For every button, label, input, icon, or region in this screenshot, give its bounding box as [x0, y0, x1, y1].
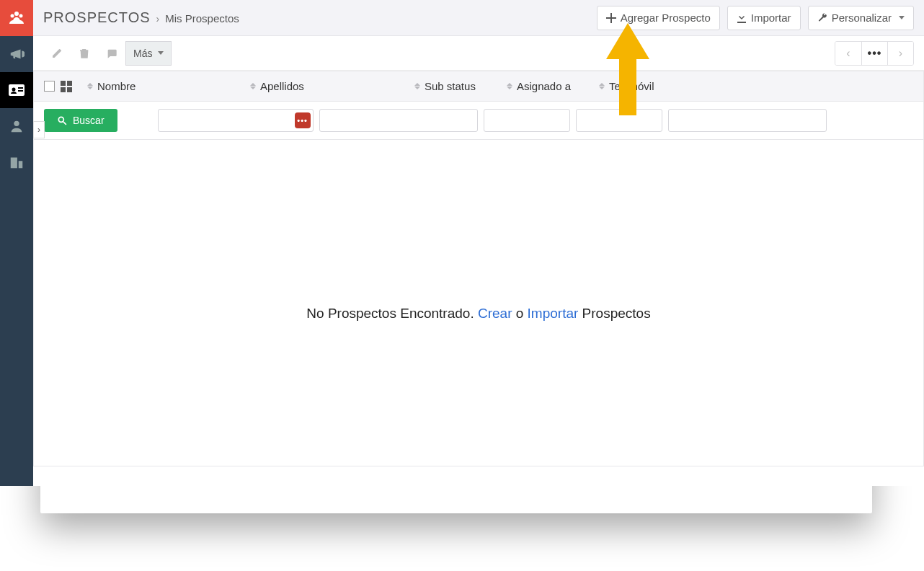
column-header-substatus[interactable]: Sub status — [409, 80, 501, 92]
chevron-right-icon: › — [37, 125, 40, 135]
list-toolbar: Más ‹ ••• › — [33, 36, 924, 71]
sidebar-expand-toggle[interactable]: › — [33, 121, 45, 138]
sidebar-item-prospects[interactable] — [0, 72, 33, 108]
column-header-assigned[interactable]: Asignado a — [501, 80, 593, 92]
filter-mobile-input[interactable] — [668, 109, 827, 132]
sidebar — [0, 0, 33, 486]
svg-rect-9 — [606, 17, 616, 19]
prospects-grid: Nombre Apellidos Sub status Asignado a — [33, 71, 924, 466]
sidebar-item-campaigns[interactable] — [0, 36, 33, 72]
empty-create-link[interactable]: Crear — [478, 306, 512, 321]
ellipsis-icon: ••• — [868, 47, 882, 60]
plus-icon — [606, 13, 616, 23]
user-icon — [9, 118, 25, 134]
page-prev-button[interactable]: ‹ — [835, 42, 861, 65]
page-next-button[interactable]: › — [887, 42, 913, 65]
more-label: Más — [133, 48, 152, 59]
filter-assigned-input[interactable] — [576, 109, 662, 132]
empty-prefix: No Prospectos Encontrado. — [306, 306, 478, 321]
svg-line-11 — [63, 122, 66, 125]
module-title: PROSPECTOS — [43, 9, 151, 26]
sort-icon — [414, 83, 420, 89]
svg-point-0 — [14, 12, 19, 16]
view-toggle-icon[interactable] — [61, 81, 72, 92]
caret-down-icon — [158, 51, 164, 55]
svg-point-4 — [12, 88, 16, 92]
column-label: Apellidos — [260, 80, 304, 92]
delete-button[interactable] — [71, 41, 98, 66]
column-header-lastname[interactable]: Apellidos — [244, 80, 409, 92]
id-card-icon — [8, 83, 25, 97]
comment-button[interactable] — [98, 41, 125, 66]
column-label: Nombre — [97, 80, 136, 92]
building-icon — [9, 154, 25, 170]
svg-rect-5 — [18, 87, 23, 89]
svg-point-2 — [19, 14, 23, 18]
column-label: Asignado a — [517, 80, 571, 92]
empty-import-link[interactable]: Importar — [528, 306, 579, 321]
megaphone-icon — [9, 46, 25, 62]
sidebar-item-organizations[interactable] — [0, 144, 33, 180]
svg-rect-6 — [18, 90, 23, 92]
search-button[interactable]: Buscar — [44, 109, 117, 132]
import-label: Importar — [751, 12, 791, 24]
sort-icon — [87, 83, 93, 89]
add-prospect-button[interactable]: Agregar Prospecto — [597, 6, 720, 30]
caret-down-icon — [899, 16, 905, 19]
grid-header-row: Nombre Apellidos Sub status Asignado a — [34, 71, 923, 102]
search-label: Buscar — [73, 115, 105, 126]
page-header: PROSPECTOS › Mis Prospectos Agregar Pros… — [33, 0, 924, 36]
chevron-right-icon: › — [899, 47, 902, 60]
breadcrumb: PROSPECTOS › Mis Prospectos — [43, 9, 590, 26]
sort-icon — [250, 83, 256, 89]
page-indicator-button[interactable]: ••• — [861, 42, 887, 65]
search-icon — [57, 115, 67, 125]
pagination-nav: ‹ ••• › — [835, 41, 914, 66]
svg-point-7 — [14, 121, 19, 126]
trash-icon — [79, 48, 90, 59]
empty-suffix: Prospectos — [578, 306, 650, 321]
customize-label: Personalizar — [832, 12, 892, 24]
column-header-mobile[interactable]: Tel. móvil — [593, 80, 923, 92]
customize-button[interactable]: Personalizar — [808, 6, 914, 30]
empty-or: o — [512, 306, 527, 321]
breadcrumb-separator: › — [156, 13, 160, 25]
edit-button[interactable] — [43, 41, 71, 66]
chevron-left-icon: ‹ — [846, 47, 850, 60]
sidebar-item-contacts[interactable] — [0, 108, 33, 144]
add-prospect-label: Agregar Prospecto — [621, 12, 711, 24]
empty-state: No Prospectos Encontrado. Crear o Import… — [34, 140, 923, 466]
filter-name-input[interactable] — [158, 109, 314, 132]
sort-icon — [599, 83, 605, 89]
grid-filter-row: Buscar ••• — [34, 102, 923, 140]
people-icon — [8, 9, 25, 27]
filter-lastname-input[interactable] — [319, 109, 478, 132]
svg-point-10 — [58, 117, 63, 122]
filter-options-badge[interactable]: ••• — [295, 112, 311, 128]
filter-substatus-input[interactable] — [484, 109, 570, 132]
comment-icon — [106, 48, 117, 59]
column-header-name[interactable]: Nombre — [81, 80, 244, 92]
breadcrumb-current: Mis Prospectos — [165, 12, 239, 25]
select-all-checkbox[interactable] — [44, 81, 55, 92]
more-actions-button[interactable]: Más — [125, 41, 172, 66]
sidebar-item-people[interactable] — [0, 0, 33, 36]
column-label: Sub status — [425, 80, 476, 92]
svg-point-1 — [11, 14, 14, 18]
pencil-icon — [51, 48, 63, 59]
column-label: Tel. móvil — [609, 80, 654, 92]
download-icon — [737, 13, 747, 23]
sort-icon — [507, 83, 512, 89]
import-button[interactable]: Importar — [727, 6, 801, 30]
wrench-icon — [817, 13, 827, 23]
